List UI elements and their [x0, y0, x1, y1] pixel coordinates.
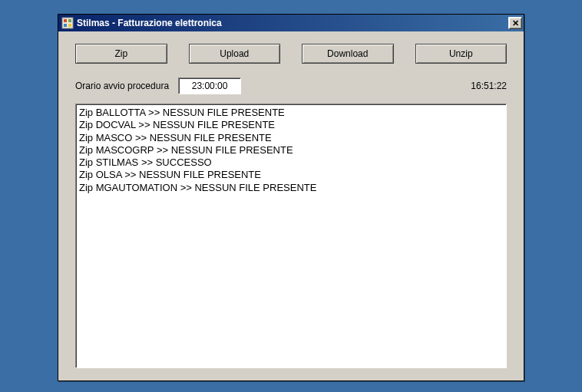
client-area: Zip Upload Download Unzip Orario avvio p… [58, 31, 524, 380]
svg-rect-3 [64, 24, 67, 27]
titlebar: Stilmas - Fatturazione elettronica ✕ [58, 15, 524, 31]
close-button[interactable]: ✕ [508, 17, 522, 29]
toolbar: Zip Upload Download Unzip [75, 44, 507, 64]
log-line: Zip STILMAS >> SUCCESSO [79, 156, 503, 169]
schedule-time-value: 23:00:00 [192, 81, 228, 91]
log-line: Zip MGAUTOMATION >> NESSUN FILE PRESENTE [79, 182, 503, 194]
app-window: Stilmas - Fatturazione elettronica ✕ Zip… [58, 14, 524, 381]
log-line: Zip BALLOTTA >> NESSUN FILE PRESENTE [79, 107, 503, 119]
app-icon [61, 17, 74, 29]
zip-button[interactable]: Zip [75, 44, 167, 64]
log-line: Zip DOCVAL >> NESSUN FILE PRESENTE [79, 119, 503, 131]
svg-rect-4 [68, 24, 71, 27]
log-output[interactable]: Zip BALLOTTA >> NESSUN FILE PRESENTE Zip… [75, 104, 507, 368]
download-button[interactable]: Download [302, 44, 394, 64]
log-line: Zip OLSA >> NESSUN FILE PRESENTE [79, 169, 503, 181]
schedule-row: Orario avvio procedura 23:00:00 16:51:22 [75, 77, 507, 94]
log-line: Zip MASCOGRP >> NESSUN FILE PRESENTE [79, 144, 503, 156]
window-title: Stilmas - Fatturazione elettronica [77, 18, 508, 28]
svg-rect-1 [64, 19, 67, 22]
schedule-time-input[interactable]: 23:00:00 [178, 77, 241, 94]
upload-button[interactable]: Upload [189, 44, 281, 64]
current-time: 16:51:22 [471, 81, 507, 91]
schedule-label: Orario avvio procedura [75, 81, 169, 91]
svg-rect-2 [68, 19, 71, 22]
unzip-button[interactable]: Unzip [415, 44, 508, 64]
close-icon: ✕ [512, 18, 519, 28]
log-line: Zip MASCO >> NESSUN FILE PRESENTE [79, 132, 503, 144]
